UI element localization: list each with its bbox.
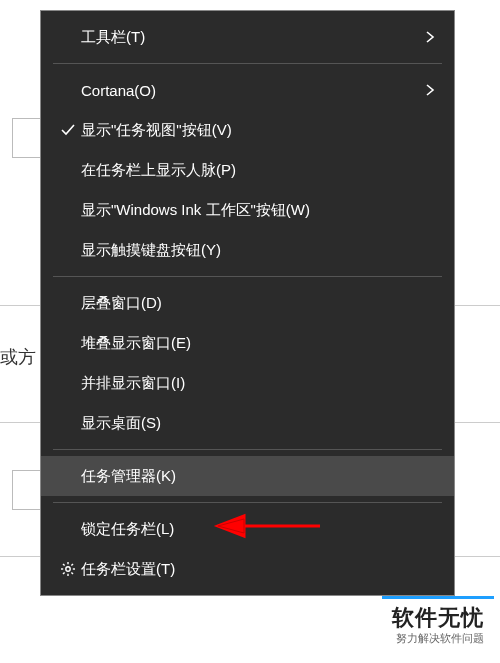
taskbar-context-menu: 工具栏(T)Cortana(O)显示"任务视图"按钮(V)在任务栏上显示人脉(P…	[40, 10, 455, 596]
svg-line-7	[63, 572, 65, 574]
menu-separator	[53, 449, 442, 450]
check-icon	[55, 122, 81, 138]
menu-item-label: 显示触摸键盘按钮(Y)	[81, 241, 420, 260]
menu-item-label: Cortana(O)	[81, 82, 420, 99]
svg-line-6	[71, 572, 73, 574]
menu-item-label: 堆叠显示窗口(E)	[81, 334, 420, 353]
watermark-title: 软件无忧	[392, 605, 484, 631]
menu-item-label: 显示"任务视图"按钮(V)	[81, 121, 420, 140]
svg-line-5	[63, 564, 65, 566]
background-box	[12, 470, 42, 510]
watermark: 软件无忧 努力解决软件问题	[382, 596, 494, 649]
menu-item-label: 层叠窗口(D)	[81, 294, 420, 313]
menu-item-label: 任务栏设置(T)	[81, 560, 420, 579]
menu-item-label: 任务管理器(K)	[81, 467, 420, 486]
gear-icon	[55, 561, 81, 577]
menu-item-label: 显示桌面(S)	[81, 414, 420, 433]
menu-item[interactable]: 工具栏(T)	[41, 17, 454, 57]
menu-item[interactable]: 锁定任务栏(L)	[41, 509, 454, 549]
menu-item[interactable]: 显示触摸键盘按钮(Y)	[41, 230, 454, 270]
menu-separator	[53, 276, 442, 277]
chevron-right-icon	[420, 30, 440, 44]
chevron-right-icon	[420, 83, 440, 97]
menu-item[interactable]: 并排显示窗口(I)	[41, 363, 454, 403]
background-text: 或方	[0, 345, 36, 369]
svg-line-8	[71, 564, 73, 566]
menu-item-label: 在任务栏上显示人脉(P)	[81, 161, 420, 180]
menu-item[interactable]: 在任务栏上显示人脉(P)	[41, 150, 454, 190]
menu-item-label: 显示"Windows Ink 工作区"按钮(W)	[81, 201, 420, 220]
menu-item[interactable]: 任务栏设置(T)	[41, 549, 454, 589]
menu-item[interactable]: 显示"Windows Ink 工作区"按钮(W)	[41, 190, 454, 230]
menu-item-label: 工具栏(T)	[81, 28, 420, 47]
menu-separator	[53, 502, 442, 503]
watermark-subtitle: 努力解决软件问题	[392, 632, 484, 645]
menu-item[interactable]: 显示桌面(S)	[41, 403, 454, 443]
menu-item[interactable]: 显示"任务视图"按钮(V)	[41, 110, 454, 150]
menu-item-label: 锁定任务栏(L)	[81, 520, 420, 539]
menu-item[interactable]: 层叠窗口(D)	[41, 283, 454, 323]
menu-item[interactable]: Cortana(O)	[41, 70, 454, 110]
menu-item[interactable]: 任务管理器(K)	[41, 456, 454, 496]
svg-point-0	[66, 567, 70, 571]
menu-item[interactable]: 堆叠显示窗口(E)	[41, 323, 454, 363]
background-box	[12, 118, 42, 158]
menu-separator	[53, 63, 442, 64]
menu-item-label: 并排显示窗口(I)	[81, 374, 420, 393]
